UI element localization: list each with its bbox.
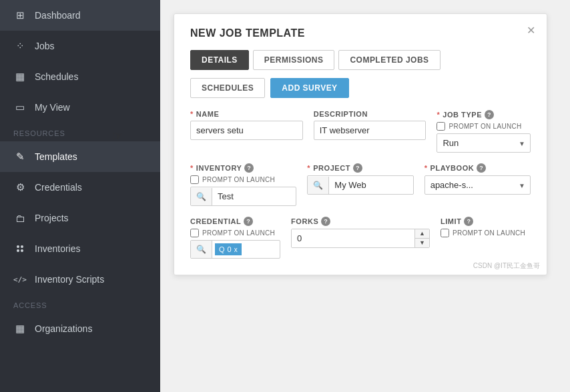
svg-point-1	[21, 245, 23, 248]
credential-search-icon[interactable]: 🔍	[191, 241, 212, 258]
project-search-wrapper: 🔍 My Web	[307, 175, 413, 195]
project-group: * PROJECT ? 🔍 My Web	[307, 163, 413, 195]
tabs-row: DETAILS PERMISSIONS COMPLETED JOBS	[190, 50, 531, 70]
credential-tag: Q 0 x	[215, 243, 242, 255]
inventory-prompt-checkbox[interactable]	[190, 175, 199, 184]
forks-input[interactable]	[292, 229, 414, 247]
limit-label: LIMIT ?	[441, 217, 531, 226]
playbook-select[interactable]: apache-s... site.yml deploy.yml	[424, 175, 531, 195]
sidebar-item-dashboard[interactable]: ⊞ Dashboard	[0, 0, 160, 31]
forks-help-icon[interactable]: ?	[321, 217, 330, 226]
tab-permissions[interactable]: PERMISSIONS	[253, 50, 335, 70]
svg-point-2	[17, 249, 19, 252]
access-section-label: ACCESS	[0, 295, 160, 313]
job-type-label: * JOB TYPE ?	[437, 110, 531, 119]
project-help-icon[interactable]: ?	[353, 163, 362, 173]
limit-prompt-checkbox[interactable]	[441, 229, 449, 237]
sidebar-item-label: Schedules	[35, 71, 78, 82]
sidebar-item-inventory-scripts[interactable]: </> Inventory Scripts	[0, 264, 160, 295]
description-input[interactable]	[314, 121, 426, 140]
sidebar-item-label: Jobs	[35, 41, 55, 51]
watermark: CSDN @IT民工金鱼哥	[473, 261, 540, 271]
sidebar-item-label: Projects	[35, 213, 69, 223]
description-label: DESCRIPTION	[314, 110, 426, 118]
sidebar-item-myview[interactable]: ▭ My View ☞	[0, 92, 160, 123]
inventory-group: * INVENTORY ? PROMPT ON LAUNCH 🔍 Test	[190, 163, 296, 206]
tab-details[interactable]: DETAILS	[190, 50, 249, 70]
job-type-prompt-checkbox[interactable]	[437, 122, 445, 131]
credential-label: CREDENTIAL ?	[190, 217, 280, 226]
forks-group: FORKS ? ▲ ▼	[291, 217, 430, 248]
sidebar-item-schedules[interactable]: ▦ Schedules	[0, 61, 160, 92]
inventory-search-icon-btn[interactable]: 🔍	[191, 188, 212, 205]
sidebar-item-label: Dashboard	[35, 10, 81, 21]
inventory-search-wrapper: 🔍 Test	[190, 187, 296, 206]
myview-icon: ▭	[13, 101, 27, 114]
limit-help-icon[interactable]: ?	[464, 217, 473, 226]
inventory-scripts-icon: </>	[13, 273, 27, 286]
sidebar-item-inventories[interactable]: Inventories	[0, 233, 160, 264]
resources-section-label: RESOURCES	[0, 123, 160, 141]
playbook-group: * PLAYBOOK ? apache-s... site.yml deploy…	[424, 163, 531, 195]
inventory-search-text: Test	[212, 187, 296, 205]
add-survey-button[interactable]: ADD SURVEY	[270, 78, 348, 98]
job-type-select[interactable]: Run Check Scan	[437, 133, 531, 153]
sidebar-item-label: Templates	[35, 151, 77, 162]
forks-spinbox: ▲ ▼	[291, 229, 430, 248]
credentials-icon: ⚙	[13, 181, 27, 194]
name-group: * NAME	[190, 110, 303, 140]
inventory-label: * INVENTORY ?	[190, 163, 296, 173]
form-row-1: * NAME DESCRIPTION * JOB TYPE ?	[190, 110, 531, 153]
sidebar-item-organizations[interactable]: ▦ Organizations	[0, 313, 160, 344]
credential-group: CREDENTIAL ? PROMPT ON LAUNCH 🔍 Q 0 x	[190, 217, 280, 259]
playbook-select-wrapper: apache-s... site.yml deploy.yml ▼	[424, 175, 531, 195]
forks-decrement[interactable]: ▼	[415, 239, 429, 247]
project-search-icon-btn[interactable]: 🔍	[308, 177, 329, 194]
limit-prompt: PROMPT ON LAUNCH	[441, 229, 531, 237]
description-group: DESCRIPTION	[314, 110, 426, 140]
inventories-icon	[13, 242, 27, 255]
action-row: SCHEDULES ADD SURVEY	[190, 78, 531, 98]
limit-group: LIMIT ? PROMPT ON LAUNCH	[441, 217, 531, 237]
job-type-help-icon[interactable]: ?	[485, 110, 494, 119]
project-label: * PROJECT ?	[307, 163, 413, 173]
name-label: * NAME	[190, 110, 303, 118]
credential-prompt: PROMPT ON LAUNCH	[190, 229, 280, 237]
credential-prompt-checkbox[interactable]	[190, 229, 199, 237]
organizations-icon: ▦	[13, 322, 27, 335]
panel-title: NEW JOB TEMPLATE	[190, 27, 531, 39]
credential-search-wrapper: 🔍 Q 0 x	[190, 240, 280, 259]
sidebar-item-label: Inventories	[35, 243, 80, 254]
jobs-icon: ⁘	[13, 39, 27, 53]
form-row-2: * INVENTORY ? PROMPT ON LAUNCH 🔍 Test * …	[190, 163, 531, 206]
templates-icon: ✎	[13, 150, 27, 163]
inventory-prompt: PROMPT ON LAUNCH	[190, 175, 296, 184]
forks-increment[interactable]: ▲	[415, 229, 429, 239]
tab-completed-jobs[interactable]: COMPLETED JOBS	[338, 50, 440, 70]
job-type-select-wrapper: Run Check Scan ▼	[437, 133, 531, 153]
sidebar: ⊞ Dashboard ⁘ Jobs ▦ Schedules ▭ My View…	[0, 0, 160, 392]
sidebar-item-projects[interactable]: 🗀 Projects	[0, 203, 160, 233]
sidebar-item-label: Inventory Scripts	[35, 274, 104, 285]
sidebar-item-credentials[interactable]: ⚙ Credentials	[0, 172, 160, 203]
sidebar-item-jobs[interactable]: ⁘ Jobs	[0, 31, 160, 61]
projects-icon: 🗀	[13, 211, 27, 225]
dashboard-icon: ⊞	[13, 9, 27, 22]
main-content: ✕ NEW JOB TEMPLATE DETAILS PERMISSIONS C…	[160, 0, 570, 392]
playbook-label: * PLAYBOOK ?	[424, 163, 531, 173]
playbook-help-icon[interactable]: ?	[477, 163, 486, 173]
credential-tag-close[interactable]: x	[234, 246, 238, 253]
sidebar-item-label: My View	[35, 102, 70, 113]
sidebar-item-label: Organizations	[35, 323, 92, 334]
job-type-group: * JOB TYPE ? PROMPT ON LAUNCH Run Check …	[437, 110, 531, 153]
schedules-button[interactable]: SCHEDULES	[190, 78, 265, 98]
close-button[interactable]: ✕	[524, 23, 537, 37]
credential-help-icon[interactable]: ?	[244, 217, 253, 226]
name-input[interactable]	[190, 121, 303, 140]
sidebar-item-templates[interactable]: ✎ Templates	[0, 141, 160, 172]
new-job-template-panel: ✕ NEW JOB TEMPLATE DETAILS PERMISSIONS C…	[174, 13, 547, 275]
svg-point-0	[17, 245, 19, 248]
job-type-prompt: PROMPT ON LAUNCH	[437, 122, 531, 131]
inventory-help-icon[interactable]: ?	[244, 163, 254, 173]
project-search-text: My Web	[329, 176, 412, 194]
